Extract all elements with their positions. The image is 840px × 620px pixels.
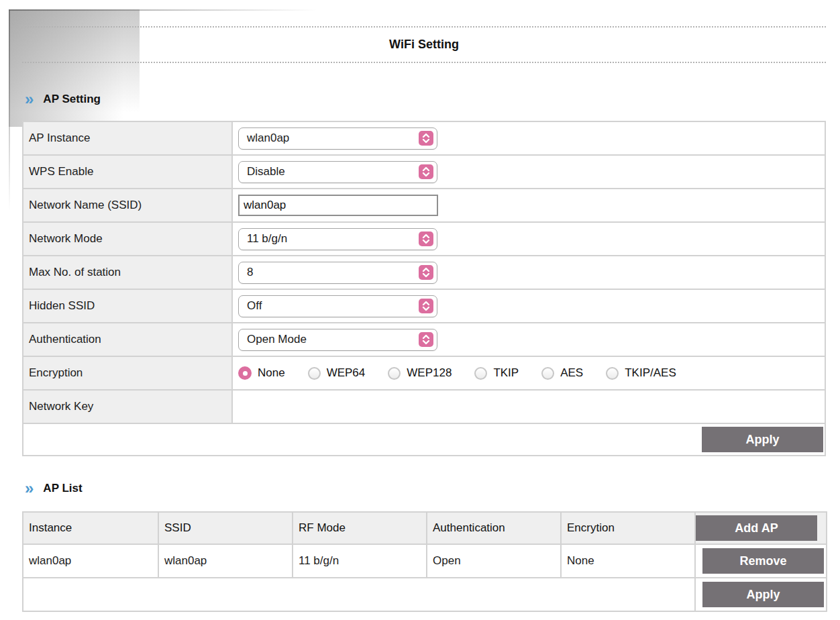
column-header-instance: Instance: [23, 512, 158, 544]
encryption-option-aes[interactable]: AES: [541, 366, 583, 380]
wifi-setting-page: WiFi Setting » AP Setting AP Instance wl…: [0, 0, 840, 620]
max-station-select[interactable]: 8: [238, 262, 437, 284]
column-header-ssid: SSID: [158, 512, 293, 544]
top-edge-decoration: [9, 9, 317, 11]
column-header-rf-mode: RF Mode: [293, 512, 427, 544]
select-stepper-icon: [419, 299, 433, 313]
hidden-ssid-select[interactable]: Off: [238, 295, 437, 317]
encryption-option-tkip[interactable]: TKIP: [474, 366, 519, 380]
ap-list-header-row: Instance SSID RF Mode Authentication Enc…: [23, 512, 827, 544]
ssid-input[interactable]: [238, 195, 438, 216]
radio-unselected-icon: [388, 367, 401, 380]
encryption-option-none[interactable]: None: [238, 366, 285, 380]
table-row: WPS Enable Disable: [23, 155, 825, 189]
ap-list-table: Instance SSID RF Mode Authentication Enc…: [22, 511, 827, 612]
remove-ap-button[interactable]: Remove: [702, 548, 824, 574]
ap-list-apply-button[interactable]: Apply: [702, 582, 824, 607]
encryption-option-wep64[interactable]: WEP64: [308, 366, 366, 380]
ap-list-apply-row: Apply: [23, 578, 827, 611]
network-mode-select[interactable]: 11 b/g/n: [238, 228, 437, 250]
select-stepper-icon: [419, 231, 433, 246]
field-label-network-key: Network Key: [23, 390, 232, 423]
ap-setting-heading-label: AP Setting: [43, 93, 101, 106]
select-stepper-icon: [419, 164, 433, 179]
max-station-select-value: 8: [247, 266, 253, 279]
ap-setting-heading: » AP Setting: [25, 93, 101, 106]
table-row: Network Mode 11 b/g/n: [23, 222, 825, 256]
ap-setting-table: AP Instance wlan0ap WPS Enable Disable: [22, 121, 826, 456]
network-mode-select-value: 11 b/g/n: [247, 232, 287, 246]
cell-ssid: wlan0ap: [158, 544, 293, 578]
field-label-ap-instance: AP Instance: [23, 121, 232, 155]
field-label-hidden-ssid: Hidden SSID: [23, 289, 232, 323]
radio-selected-icon: [238, 366, 252, 380]
ap-instance-select-value: wlan0ap: [247, 132, 289, 145]
wps-enable-select-value: Disable: [247, 165, 285, 178]
select-stepper-icon: [419, 265, 433, 280]
ap-list-heading: » AP List: [25, 482, 83, 495]
field-label-wps-enable: WPS Enable: [23, 155, 232, 189]
hidden-ssid-select-value: Off: [247, 299, 262, 313]
ap-setting-apply-button[interactable]: Apply: [702, 427, 823, 452]
wps-enable-select[interactable]: Disable: [238, 161, 437, 183]
encryption-radio-group: None WEP64 WEP128 TKIP: [238, 366, 825, 380]
table-row: AP Instance wlan0ap: [23, 121, 825, 155]
field-label-authentication: Authentication: [23, 323, 232, 356]
column-header-authentication: Authentication: [427, 512, 561, 544]
encryption-option-wep128[interactable]: WEP128: [388, 366, 452, 380]
table-row: Network Key: [23, 390, 825, 423]
field-label-encryption: Encryption: [23, 356, 232, 390]
radio-unselected-icon: [541, 367, 554, 380]
select-stepper-icon: [419, 131, 433, 146]
radio-unselected-icon: [606, 367, 619, 380]
cell-encryption: None: [561, 544, 695, 578]
apply-row: Apply: [23, 423, 825, 456]
table-row: Authentication Open Mode: [23, 323, 825, 356]
field-label-max-station: Max No. of station: [23, 256, 232, 289]
radio-unselected-icon: [308, 367, 321, 380]
encryption-option-tkip-aes[interactable]: TKIP/AES: [606, 366, 676, 380]
field-label-network-mode: Network Mode: [23, 222, 232, 256]
table-row: Max No. of station 8: [23, 256, 825, 289]
ap-list-data-row: wlan0ap wlan0ap 11 b/g/n Open None Remov…: [23, 544, 827, 578]
select-stepper-icon: [419, 332, 433, 347]
cell-rf-mode: 11 b/g/n: [293, 544, 427, 578]
ap-list-heading-label: AP List: [43, 482, 82, 495]
network-key-value-cell: [232, 390, 825, 423]
double-chevron-icon: »: [25, 93, 33, 106]
ap-instance-select[interactable]: wlan0ap: [238, 127, 437, 150]
cell-authentication: Open: [427, 544, 561, 578]
authentication-select[interactable]: Open Mode: [238, 329, 437, 351]
column-header-encryption: Encrytion: [561, 512, 695, 544]
table-row: Encryption None WEP64 WEP128: [23, 356, 825, 390]
page-title-band: WiFi Setting: [22, 26, 826, 63]
ap-list-empty-cell: [23, 578, 695, 611]
radio-unselected-icon: [474, 367, 487, 380]
double-chevron-icon: »: [25, 482, 33, 495]
page-title: WiFi Setting: [389, 38, 459, 52]
cell-instance: wlan0ap: [23, 544, 158, 578]
authentication-select-value: Open Mode: [247, 333, 307, 346]
left-edge-decoration: [9, 9, 10, 211]
table-row: Hidden SSID Off: [23, 289, 825, 323]
table-row: Network Name (SSID): [23, 189, 825, 222]
field-label-network-name: Network Name (SSID): [23, 189, 232, 222]
add-ap-button[interactable]: Add AP: [696, 515, 817, 541]
